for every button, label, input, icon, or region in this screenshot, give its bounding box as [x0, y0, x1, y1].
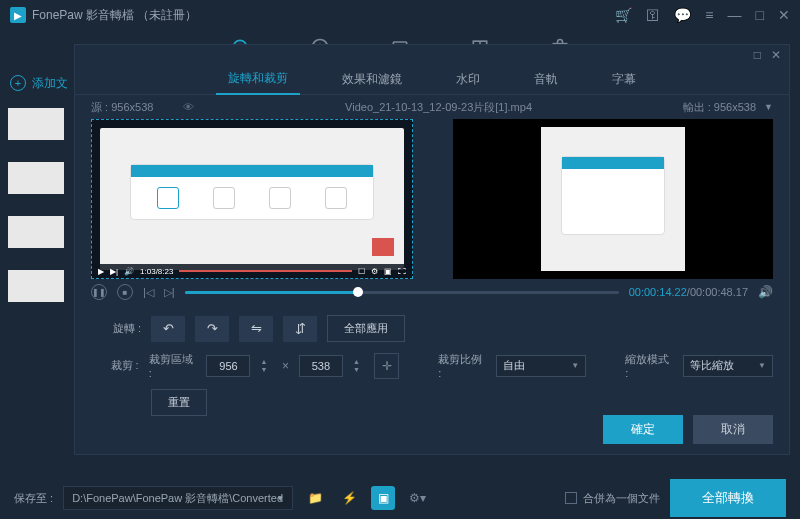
filename: Video_21-10-13_12-09-23片段[1].mp4: [345, 100, 532, 115]
width-up[interactable]: ▲: [260, 358, 271, 366]
output-preview: [453, 119, 773, 279]
crop-ratio-select[interactable]: 自由: [496, 355, 586, 377]
gpu-button[interactable]: ▣: [371, 486, 395, 510]
panel-maximize-icon[interactable]: □: [754, 48, 761, 62]
crop-height-input[interactable]: [299, 355, 343, 377]
source-preview[interactable]: ▶ ▶| 🔊 1:03/8:23 ☐ ⚙ ▣ ⛶: [91, 119, 413, 279]
save-to-label: 保存至 :: [14, 491, 53, 506]
zoom-mode-label: 縮放模式 :: [625, 352, 673, 379]
rotate-left-button[interactable]: ↶: [151, 316, 185, 342]
crop-width-input[interactable]: [206, 355, 250, 377]
next-icon[interactable]: ▶|: [110, 267, 118, 276]
video-thumbnail[interactable]: [8, 108, 64, 146]
crop-label: 裁剪 :: [91, 358, 139, 373]
maximize-icon[interactable]: □: [756, 7, 764, 23]
app-title: FonePaw 影音轉檔 （未註冊）: [32, 7, 197, 24]
tab-audio[interactable]: 音軌: [522, 65, 570, 94]
plus-icon: +: [10, 75, 26, 91]
chevron-down-icon[interactable]: ▼: [764, 102, 773, 112]
tab-subtitle[interactable]: 字幕: [600, 65, 648, 94]
reset-button[interactable]: 重置: [151, 389, 207, 416]
output-dimensions: 輸出 : 956x538: [683, 100, 756, 115]
cancel-button[interactable]: 取消: [693, 415, 773, 444]
fullscreen-icon[interactable]: ⛶: [398, 267, 406, 276]
feedback-icon[interactable]: 💬: [674, 7, 691, 23]
cart-icon[interactable]: 🛒: [615, 7, 632, 23]
tab-watermark[interactable]: 水印: [444, 65, 492, 94]
editor-panel: □ ✕ 旋轉和裁剪 效果和濾鏡 水印 音軌 字幕 源 : 956x538 👁 V…: [74, 44, 790, 455]
close-icon[interactable]: ✕: [778, 7, 790, 23]
apply-all-button[interactable]: 全部應用: [327, 315, 405, 342]
minimize-icon[interactable]: —: [728, 7, 742, 23]
time-display: 00:00:14.22/00:00:48.17: [629, 286, 748, 298]
height-down[interactable]: ▼: [353, 366, 364, 374]
tab-rotate-crop[interactable]: 旋轉和裁剪: [216, 64, 300, 95]
add-file-label: 添加文: [32, 75, 68, 92]
merge-label: 合併為一個文件: [583, 491, 660, 506]
play-icon[interactable]: ▶: [98, 267, 104, 276]
video-thumbnail[interactable]: [8, 216, 64, 254]
height-up[interactable]: ▲: [353, 358, 364, 366]
merge-checkbox[interactable]: [565, 492, 577, 504]
prev-frame-button[interactable]: |◁: [143, 286, 154, 299]
width-down[interactable]: ▼: [260, 366, 271, 374]
menu-icon[interactable]: ≡: [705, 7, 713, 23]
stop-button[interactable]: ■: [117, 284, 133, 300]
cc-icon[interactable]: ☐: [358, 267, 365, 276]
app-logo: ▶: [10, 7, 26, 23]
add-file-button[interactable]: + 添加文: [0, 66, 74, 100]
zoom-mode-select[interactable]: 等比縮放: [683, 355, 773, 377]
volume-icon[interactable]: 🔊: [124, 267, 134, 276]
volume-icon[interactable]: 🔊: [758, 285, 773, 299]
key-icon[interactable]: ⚿: [646, 7, 660, 23]
next-frame-button[interactable]: ▷|: [164, 286, 175, 299]
rotate-right-button[interactable]: ↷: [195, 316, 229, 342]
video-thumbnail[interactable]: [8, 270, 64, 308]
tab-effect-filter[interactable]: 效果和濾鏡: [330, 65, 414, 94]
video-thumbnail[interactable]: [8, 162, 64, 200]
crop-ratio-label: 裁剪比例 :: [438, 352, 486, 379]
embedded-player-controls: ▶ ▶| 🔊 1:03/8:23 ☐ ⚙ ▣ ⛶: [92, 264, 412, 278]
pause-button[interactable]: ❚❚: [91, 284, 107, 300]
settings-icon[interactable]: ⚙: [371, 267, 378, 276]
pip-icon[interactable]: ▣: [384, 267, 392, 276]
flip-horizontal-button[interactable]: ⇋: [239, 316, 273, 342]
settings-dropdown[interactable]: ⚙▾: [405, 486, 429, 510]
ok-button[interactable]: 確定: [603, 415, 683, 444]
save-path-select[interactable]: D:\FonePaw\FonePaw 影音轉檔\Converted: [63, 486, 293, 510]
boost-button[interactable]: ⚡: [337, 486, 361, 510]
position-picker[interactable]: ✛: [374, 353, 399, 379]
visibility-icon[interactable]: 👁: [183, 101, 194, 113]
crop-area-label: 裁剪區域 :: [149, 352, 197, 379]
timeline-slider[interactable]: [185, 291, 619, 294]
convert-all-button[interactable]: 全部轉換: [670, 479, 786, 517]
flip-vertical-button[interactable]: ⇵: [283, 316, 317, 342]
source-dimensions: 源 : 956x538: [91, 100, 153, 115]
open-folder-button[interactable]: 📁: [303, 486, 327, 510]
panel-close-icon[interactable]: ✕: [771, 48, 781, 62]
rotate-label: 旋轉 :: [91, 321, 141, 336]
